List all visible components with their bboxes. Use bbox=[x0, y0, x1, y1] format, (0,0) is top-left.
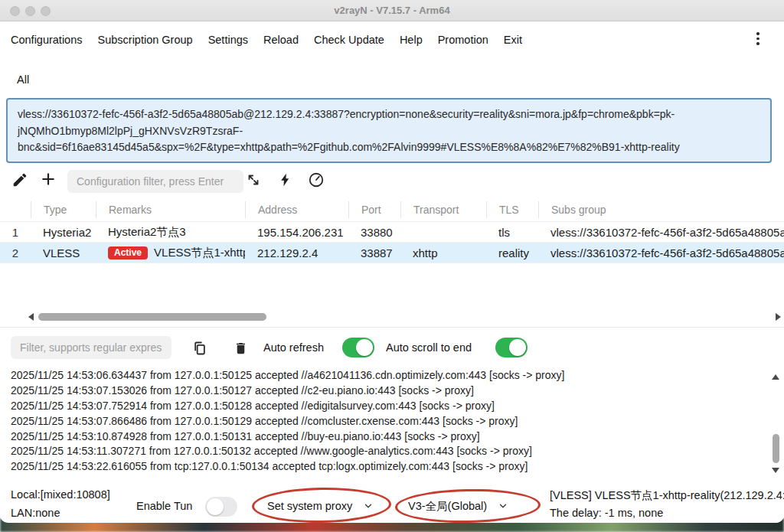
scroll-right-arrow-icon[interactable] bbox=[776, 313, 781, 321]
menu-settings[interactable]: Settings bbox=[208, 34, 248, 46]
statusbar: Local:[mixed:10808] LAN:none Enable Tun … bbox=[0, 482, 784, 523]
cell-subs-group: vless://33610372-fefc-456f-a3f2-5d65a488… bbox=[538, 226, 784, 239]
app-window: v2rayN - V7.15.7 - Arm64 Configurations … bbox=[0, 0, 784, 523]
share-url-line: jNQMhO1bmyp8Ml2lpPj_gHXNVsVzR9TzsraF- bbox=[18, 123, 760, 140]
log-line: 2025/11/25 14:53:11.307271 from 127.0.0.… bbox=[0, 444, 784, 459]
scroll-up-arrow-icon[interactable] bbox=[772, 374, 779, 380]
lightning-bolt-icon[interactable] bbox=[276, 170, 296, 190]
share-url-line: vless://33610372-fefc-456f-a3f2-5d65a488… bbox=[18, 106, 760, 123]
routing-rule-dropdown[interactable]: V3-全局(Global) bbox=[408, 494, 508, 517]
table-row-selected[interactable]: 2 VLESS Active VLESS节点1-xhttp-reality 21… bbox=[0, 243, 784, 263]
auto-scroll-toggle[interactable] bbox=[495, 338, 528, 357]
log-line: 2025/11/25 14:53:10.874928 from 127.0.0.… bbox=[0, 429, 784, 445]
horizontal-scrollbar[interactable] bbox=[0, 309, 784, 325]
system-proxy-dropdown[interactable]: Set system proxy bbox=[267, 494, 374, 517]
menu-reload[interactable]: Reload bbox=[263, 34, 299, 46]
column-header-remarks[interactable]: Remarks bbox=[96, 201, 245, 218]
enable-tun-toggle[interactable] bbox=[205, 497, 237, 517]
column-header-tls[interactable]: TLS bbox=[486, 201, 538, 218]
log-filter-input[interactable] bbox=[11, 336, 172, 359]
menu-exit[interactable]: Exit bbox=[504, 34, 522, 46]
column-header-type[interactable]: Type bbox=[31, 201, 96, 218]
menu-promotion[interactable]: Promotion bbox=[438, 34, 488, 46]
auto-scroll-label: Auto scroll to end bbox=[386, 341, 472, 354]
horizontal-scrollbar-thumb[interactable] bbox=[38, 313, 266, 321]
scroll-left-arrow-icon[interactable] bbox=[28, 313, 34, 321]
cell-port: 33887 bbox=[348, 246, 400, 259]
cell-type: Hysteria2 bbox=[31, 226, 96, 239]
log-line: 2025/11/25 14:53:07.752914 from 127.0.0.… bbox=[0, 399, 784, 414]
log-line: 2025/11/25 14:53:07.866486 from 127.0.0.… bbox=[0, 414, 784, 429]
active-node-info: [VLESS] VLESS节点1-xhttp-reality(212.129.2… bbox=[550, 488, 784, 503]
row-index: 1 bbox=[0, 226, 31, 239]
active-badge: Active bbox=[108, 246, 148, 259]
cell-subs-group: vless://33610372-fefc-456f-a3f2-5d65a488… bbox=[538, 246, 784, 259]
column-header-transport[interactable]: Transport bbox=[400, 201, 486, 218]
log-output[interactable]: 2025/11/25 14:53:06.634437 from 127.0.0.… bbox=[0, 368, 784, 481]
cell-address: 212.129.2.4 bbox=[245, 246, 348, 259]
vertical-scrollbar-thumb[interactable] bbox=[773, 434, 779, 463]
log-vertical-scrollbar[interactable] bbox=[769, 368, 782, 481]
enable-tun-label: Enable Tun bbox=[136, 500, 192, 512]
column-header-port[interactable]: Port bbox=[348, 201, 400, 218]
delay-info: The delay: -1 ms, none bbox=[550, 507, 663, 519]
titlebar: v2rayN - V7.15.7 - Arm64 bbox=[0, 0, 784, 21]
cell-port: 33880 bbox=[348, 226, 400, 239]
expand-arrows-icon[interactable] bbox=[243, 170, 263, 190]
cell-transport: xhttp bbox=[400, 246, 486, 259]
log-line: 2025/11/25 14:53:06.634437 from 127.0.0.… bbox=[0, 368, 784, 383]
tab-all-group[interactable]: All bbox=[17, 73, 29, 86]
column-header-address[interactable]: Address bbox=[245, 201, 348, 218]
app-root: { "colors": { "accent_blue_bg": "#e3effb… bbox=[0, 0, 784, 532]
menubar: Configurations Subscription Group Settin… bbox=[0, 22, 784, 57]
scroll-down-arrow-icon[interactable] bbox=[772, 468, 779, 473]
more-options-kebab-icon[interactable] bbox=[752, 32, 764, 47]
menu-subscription-group[interactable]: Subscription Group bbox=[98, 34, 193, 46]
routing-rule-value: V3-全局(Global) bbox=[408, 499, 487, 514]
column-header-subs-group[interactable]: Subs group bbox=[538, 201, 784, 218]
auto-refresh-toggle[interactable] bbox=[342, 338, 374, 357]
log-line: 2025/11/25 14:53:22.616055 from tcp:127.… bbox=[0, 459, 784, 475]
system-proxy-value: Set system proxy bbox=[267, 500, 352, 512]
menu-help[interactable]: Help bbox=[400, 34, 423, 46]
configuration-toolbar bbox=[0, 167, 784, 196]
speed-test-gauge-icon[interactable] bbox=[306, 170, 326, 190]
share-url-line: bnc&sid=6f16ae83145d45a5&spx=%2F&type=xh… bbox=[18, 139, 760, 156]
local-listen-info: Local:[mixed:10808] bbox=[11, 488, 110, 501]
auto-refresh-label: Auto refresh bbox=[263, 341, 324, 354]
column-header-index bbox=[0, 201, 31, 218]
lan-listen-info: LAN:none bbox=[11, 507, 60, 519]
add-plus-icon[interactable] bbox=[38, 169, 58, 189]
configuration-filter-input[interactable] bbox=[67, 170, 243, 193]
log-line: 2025/11/25 14:53:07.153026 from 127.0.0.… bbox=[0, 383, 784, 399]
cell-remarks: Active VLESS节点1-xhttp-reality bbox=[96, 246, 245, 260]
log-toolbar: Auto refresh Auto scroll to end bbox=[0, 331, 784, 366]
menu-check-update[interactable]: Check Update bbox=[314, 34, 384, 46]
cell-address: 195.154.206.231 bbox=[245, 226, 348, 239]
clear-logs-trash-icon[interactable] bbox=[230, 338, 250, 358]
cell-tls: tls bbox=[486, 226, 538, 239]
cell-tls: reality bbox=[486, 246, 538, 259]
profiles-table: Type Remarks Address Port Transport TLS … bbox=[0, 197, 784, 263]
cell-type: VLESS bbox=[31, 246, 96, 259]
edit-pencil-icon[interactable] bbox=[10, 170, 30, 190]
copy-logs-icon[interactable] bbox=[190, 338, 210, 358]
section-divider bbox=[0, 327, 784, 328]
window-title: v2rayN - V7.15.7 - Arm64 bbox=[0, 5, 784, 16]
table-row[interactable]: 1 Hysteria2 Hysteria2节点3 195.154.206.231… bbox=[0, 222, 784, 243]
chevron-down-icon bbox=[498, 501, 508, 511]
share-url-box[interactable]: vless://33610372-fefc-456f-a3f2-5d65a488… bbox=[6, 98, 772, 163]
menu-configurations[interactable]: Configurations bbox=[11, 34, 83, 46]
cell-remarks: Hysteria2节点3 bbox=[96, 225, 245, 240]
table-header-row: Type Remarks Address Port Transport TLS … bbox=[0, 197, 784, 222]
chevron-down-icon bbox=[363, 501, 374, 511]
row-index: 2 bbox=[0, 246, 31, 259]
